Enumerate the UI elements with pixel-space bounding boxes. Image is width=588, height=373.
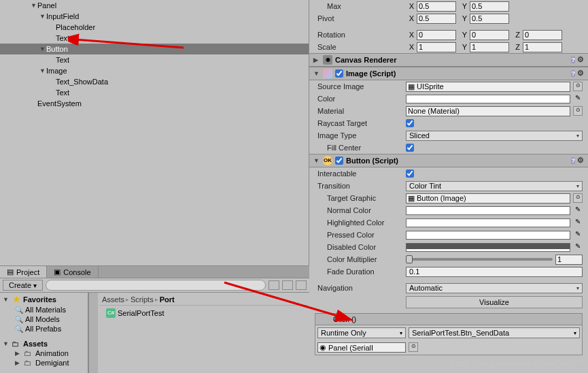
onclick-header: Click () [315, 314, 582, 325]
transition-dropdown[interactable]: Color Tint [406, 181, 583, 191]
button-component-icon: OK [323, 156, 332, 165]
label-pivot: Pivot [315, 14, 403, 22]
object-picker-icon[interactable]: ⊙ [573, 193, 583, 203]
label-image-type: Image Type [315, 131, 403, 140]
scale-y-input[interactable] [470, 42, 509, 52]
folder-item[interactable]: ▶🗀Animation [1, 348, 86, 358]
scale-z-input[interactable] [523, 42, 562, 52]
hierarchy-item-textshowdata[interactable]: Text_ShowData [0, 76, 309, 87]
eyedropper-icon[interactable]: ✎ [573, 242, 583, 252]
help-icon[interactable]: ? [571, 70, 575, 77]
color-field[interactable] [406, 95, 570, 103]
star-icon: ★ [12, 295, 21, 304]
help-icon[interactable]: ? [571, 157, 575, 164]
search-icon: 🔍 [15, 325, 23, 333]
label-source-image: Source Image [315, 82, 403, 91]
max-x-input[interactable] [417, 1, 456, 12]
create-button[interactable]: Create ▾ [3, 280, 43, 291]
gear-icon[interactable]: ⚙ [577, 55, 584, 63]
annotation-arrow [68, 27, 190, 54]
csharp-icon: C# [106, 308, 116, 318]
eyedropper-icon[interactable]: ✎ [573, 94, 583, 103]
help-icon[interactable]: ? [571, 56, 575, 63]
annotation-arrow [218, 279, 353, 327]
method-dropdown[interactable]: SerialPortTest.Btn_SendData [409, 327, 580, 338]
pivot-x-input[interactable] [417, 14, 456, 24]
folder-item[interactable]: ▶🗀Demigiant [1, 358, 86, 368]
fill-center-checkbox[interactable] [406, 144, 414, 152]
hierarchy-item-text[interactable]: Text [0, 54, 309, 65]
visualize-button[interactable]: Visualize [406, 296, 583, 308]
hierarchy-item-text[interactable]: Text [0, 87, 309, 98]
label-target-graphic: Target Graphic [315, 194, 403, 202]
max-y-input[interactable] [470, 1, 509, 12]
label-interactable: Interactable [315, 169, 403, 178]
color-multiplier-slider[interactable] [406, 258, 553, 261]
foldout-icon[interactable]: ▼ [31, 2, 37, 9]
pivot-y-input[interactable] [470, 14, 509, 24]
console-icon: ▣ [54, 267, 60, 276]
favorite-item[interactable]: 🔍All Prefabs [1, 324, 86, 334]
favorite-item[interactable]: 🔍All Models [1, 314, 86, 324]
object-picker-icon[interactable]: ⊙ [573, 82, 583, 91]
component-canvas-renderer[interactable]: ▶ ◉ Canvas Renderer ? ⚙ [309, 53, 588, 67]
interactable-checkbox[interactable] [406, 169, 414, 178]
image-enabled-checkbox[interactable] [335, 69, 343, 78]
highlighted-color-field[interactable] [406, 218, 570, 227]
raycast-checkbox[interactable] [406, 119, 414, 127]
label-color: Color [315, 95, 403, 103]
object-picker-icon[interactable]: ⊙ [409, 342, 418, 352]
rotation-z-input[interactable] [523, 30, 562, 40]
label-transition: Transition [315, 182, 403, 190]
color-multiplier-input[interactable] [555, 255, 583, 265]
pressed-color-field[interactable] [406, 231, 570, 240]
gear-icon[interactable]: ⚙ [577, 69, 584, 77]
hierarchy-item-eventsystem[interactable]: EventSystem [0, 98, 309, 109]
foldout-icon[interactable]: ▼ [39, 46, 46, 52]
eyedropper-icon[interactable]: ✎ [573, 206, 583, 215]
eyedropper-icon[interactable]: ✎ [573, 230, 583, 240]
canvas-renderer-icon: ◉ [323, 55, 332, 65]
foldout-icon[interactable]: ▼ [39, 67, 46, 74]
scale-x-input[interactable] [417, 42, 456, 52]
tab-console[interactable]: ▣Console [47, 266, 98, 278]
runtime-dropdown[interactable]: Runtime Only [317, 327, 406, 338]
disabled-color-field[interactable] [406, 243, 570, 252]
assets-header[interactable]: ▼🗀Assets [1, 339, 86, 348]
foldout-icon[interactable]: ▼ [313, 70, 320, 77]
foldout-icon[interactable]: ▶ [313, 56, 320, 63]
hierarchy-item-panel[interactable]: ▼Panel [0, 0, 309, 11]
component-image[interactable]: ▼ Image (Script) ? ⚙ [309, 67, 588, 80]
gear-icon[interactable]: ⚙ [577, 156, 584, 164]
foldout-icon[interactable]: ▼ [39, 13, 46, 20]
source-image-field[interactable]: ▦UISprite [406, 82, 570, 92]
material-field[interactable]: None (Material) [406, 106, 570, 116]
label-scale: Scale [315, 43, 403, 51]
object-picker-icon[interactable]: ⊙ [573, 106, 583, 116]
eyedropper-icon[interactable]: ✎ [573, 218, 583, 227]
project-sidebar[interactable]: ▼★Favorites 🔍All Materials 🔍All Models 🔍… [0, 293, 88, 373]
onclick-event-list: Click () Runtime Only SerialPortTest.Btn… [315, 313, 583, 355]
event-target-field[interactable]: ◉Panel (SerialI [317, 342, 406, 353]
target-graphic-field[interactable]: ▦Button (Image) [406, 193, 570, 204]
rotation-y-input[interactable] [470, 30, 509, 40]
navigation-dropdown[interactable]: Automatic [406, 283, 583, 293]
label-color-multiplier: Color Multiplier [315, 255, 403, 263]
fade-duration-input[interactable] [406, 267, 583, 277]
hierarchy-item-image[interactable]: ▼Image [0, 65, 309, 76]
normal-color-field[interactable] [406, 206, 570, 215]
foldout-icon[interactable]: ▼ [313, 157, 320, 164]
search-icon: 🔍 [15, 316, 23, 323]
tab-project[interactable]: ▤Project [0, 266, 47, 278]
project-icon: ▤ [7, 267, 14, 276]
scrollbar[interactable] [88, 293, 98, 373]
component-button[interactable]: ▼ OK Button (Script) ? ⚙ [309, 154, 588, 167]
rotation-x-input[interactable] [417, 30, 456, 40]
favorite-item[interactable]: 🔍All Materials [1, 305, 86, 314]
image-type-dropdown[interactable]: Sliced [406, 131, 583, 141]
button-enabled-checkbox[interactable] [335, 157, 343, 165]
hierarchy-item-inputfield[interactable]: ▼InputField [0, 11, 309, 22]
label-disabled-color: Disabled Color [315, 243, 403, 251]
favorites-header[interactable]: ▼★Favorites [1, 294, 86, 305]
label-rotation: Rotation [315, 31, 403, 39]
